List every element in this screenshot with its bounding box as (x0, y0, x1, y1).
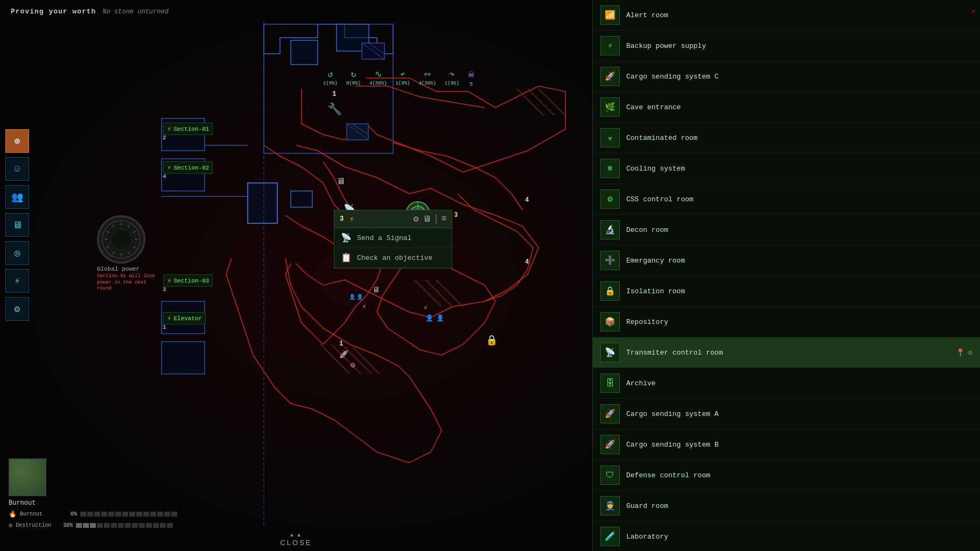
svg-line-68 (113, 224, 115, 228)
room-icon: 🚀 (605, 71, 615, 82)
room-action-view[interactable]: ⊙ (968, 348, 972, 357)
burnout-row: 🔥 Burnout 0% (9, 510, 177, 518)
stat-group-2: ↻ 0(0%) (346, 69, 361, 86)
elevator-num: 1 (163, 324, 166, 330)
room-item-cave-entrance[interactable]: 🌿Cave entrance (593, 92, 980, 123)
sidebar-icon-target[interactable]: ⊕ (5, 129, 29, 153)
section-01-num: 2 (163, 135, 166, 141)
room-icon: 🗄 (606, 378, 614, 388)
section-02-num: 4 (163, 173, 166, 180)
context-item-check-objective[interactable]: 📋 Check an objective (334, 248, 452, 268)
room-item-decon-room[interactable]: 🔬Decon room (593, 215, 980, 245)
room-name: Cave entrance (626, 103, 972, 111)
room-icon: 🌿 (605, 102, 615, 112)
global-power-label: Global power (97, 266, 162, 272)
dseg-8 (125, 523, 131, 528)
seg-4 (101, 512, 107, 517)
room-item-transmiter-control-room[interactable]: 📡Transmiter control room📍⊙ (593, 337, 980, 368)
check-objective-label: Check an objective (357, 254, 432, 262)
bolt-icon: ⚡ (167, 124, 171, 133)
room-item-isolation-room[interactable]: 🔒Isolation room (593, 276, 980, 307)
room-item-css-control-room[interactable]: ⚙CSS control room (593, 184, 980, 215)
seg-6 (115, 512, 121, 517)
room-name: Transmiter control room (626, 349, 949, 357)
room-name: Defense control room (626, 471, 972, 479)
sidebar-icon-settings[interactable]: ⚙ (5, 297, 29, 321)
room-item-cargo-sending-system-b[interactable]: 🚀Cargo sending system B (593, 429, 980, 460)
sidebar-icon-people[interactable]: 👥 (5, 185, 29, 209)
room-item-cargo-sending-system-c[interactable]: 🚀Cargo sending system C (593, 61, 980, 92)
room-icon-box: 📦 (600, 312, 620, 331)
room-icon-box: 🔬 (600, 220, 620, 239)
seg-7 (122, 512, 128, 517)
room-item-cooling-system[interactable]: ❄Cooling system (593, 153, 980, 184)
sidebar-icon-face[interactable]: ☺ (5, 157, 29, 181)
close-bottom-area[interactable]: ▲▲ CLOSE (280, 532, 312, 547)
seg-3 (94, 512, 100, 517)
room-icon-box: 👮 (600, 496, 620, 515)
room-icon-box: 🚀 (600, 435, 620, 454)
room-item-emergancy-room[interactable]: ➕Emergancy room (593, 245, 980, 276)
sidebar-icon-lightning[interactable]: ⚡ (5, 269, 29, 293)
room-item-alert-room[interactable]: 📶Alert room (593, 0, 980, 31)
room-item-laboratory[interactable]: 🧪Laboratory (593, 521, 980, 551)
dseg-9 (132, 523, 138, 528)
stat-group-5: ∾ 4(36%) (418, 69, 436, 86)
room-icon: 🛡 (606, 470, 614, 481)
room-item-archive[interactable]: 🗄Archive (593, 368, 980, 399)
sidebar-icon-crosshair[interactable]: ◎ (5, 241, 29, 265)
room-icon-box: 📡 (600, 343, 620, 362)
svg-line-62 (128, 251, 130, 255)
seg-9 (136, 512, 142, 517)
room-icon-box: ☣ (600, 128, 620, 147)
player-avatar (9, 458, 46, 496)
left-sidebar: ⊕ ☺ 👥 🖥 ◎ ⚡ ⚙ (5, 129, 29, 321)
room-name: Isolation room (626, 287, 972, 295)
section-03-name: Section-03 (173, 278, 209, 284)
seg-11 (150, 512, 156, 517)
section-02-name: Section-02 (173, 165, 209, 171)
sidebar-icon-monitor[interactable]: 🖥 (5, 213, 29, 237)
dseg-6 (111, 523, 117, 528)
svg-line-61 (133, 246, 136, 249)
section-03-label: ⚡ Section-03 (163, 274, 213, 287)
context-menu-icon[interactable]: ≡ (441, 214, 446, 224)
room-item-defense-control-room[interactable]: 🛡Defense control room (593, 460, 980, 491)
burnout-pct: 0% (61, 511, 77, 517)
room-action-pin[interactable]: 📍 (956, 348, 965, 357)
stat-group-1: ↺ 1(9%) (323, 69, 338, 86)
dseg-13 (160, 523, 166, 528)
destruction-row: ⚙ Destruction 30% (9, 521, 177, 529)
dseg-5 (104, 523, 110, 528)
room-item-contaminated-room[interactable]: ☣Contaminated room (593, 123, 980, 153)
room-icon: ⚡ (607, 40, 613, 51)
global-power-warning: Section-01 will lose power in the next r… (97, 273, 162, 292)
dseg-4 (97, 523, 103, 528)
room-icon: ☣ (607, 132, 613, 143)
elevator-label: ⚡ Elevator (163, 312, 206, 324)
seg-5 (108, 512, 114, 517)
svg-point-55 (106, 224, 136, 255)
close-top-button[interactable]: × (971, 8, 976, 16)
room-item-guard-room[interactable]: 👮Guard room (593, 491, 980, 521)
context-gear-icon[interactable]: ⚙ (414, 214, 419, 224)
context-monitor-icon[interactable]: 🖥 (423, 214, 431, 224)
dseg-3 (90, 523, 96, 528)
elevator-name: Elevator (173, 315, 202, 322)
room-item-backup-power-supply[interactable]: ⚡Backup power supply (593, 31, 980, 61)
room-icon-box: ⚡ (600, 36, 620, 55)
seg-10 (143, 512, 149, 517)
stat-group-4: ↶ 1(9%) (395, 69, 410, 86)
room-name: Laboratory (626, 533, 972, 541)
room-item-repository[interactable]: 📦Repository (593, 307, 980, 337)
dseg-1 (76, 523, 82, 528)
bolt-icon-2: ⚡ (167, 163, 171, 172)
room-name: Repository (626, 318, 972, 326)
room-name: Backup power supply (626, 42, 972, 50)
send-signal-icon: 📡 (341, 232, 352, 243)
close-bottom-button[interactable]: ▲▲ CLOSE (280, 532, 312, 547)
room-item-cargo-sending-system-a[interactable]: 🚀Cargo sending system A (593, 399, 980, 429)
context-item-send-signal[interactable]: 📡 Send a Signal (334, 228, 452, 248)
room-name: CSS control room (626, 195, 972, 203)
svg-line-64 (113, 251, 115, 255)
